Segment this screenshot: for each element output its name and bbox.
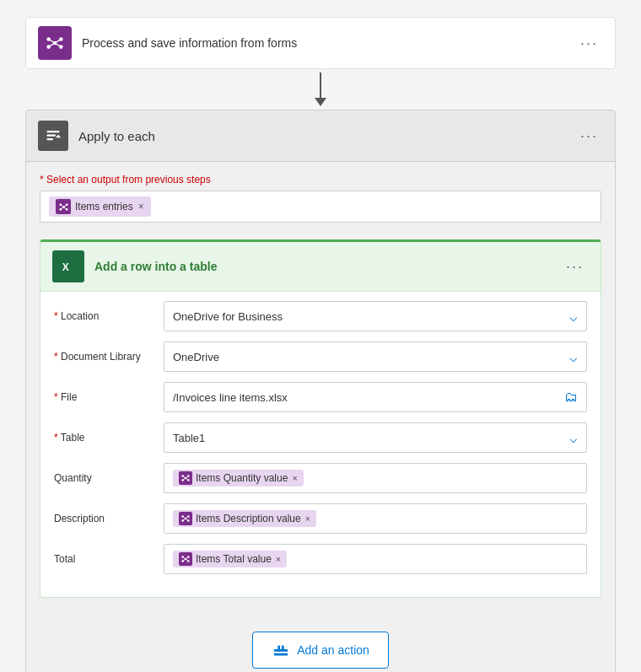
apply-each-header: Apply to each ··· [26,110,615,162]
svg-line-8 [55,43,61,47]
arrow-head-1 [315,98,326,106]
apply-each-icon-box [38,121,68,151]
input-total[interactable]: Items Total value × [164,544,587,574]
trigger-card: Process and save information from forms … [25,17,616,69]
items-tag-box[interactable]: Items entries × [40,191,601,223]
svg-marker-12 [56,135,61,138]
svg-line-5 [49,39,55,43]
total-tag-close[interactable]: × [276,554,281,564]
items-entries-icon [56,199,71,214]
hub-icon-small [59,202,68,212]
excel-action-more-button[interactable]: ··· [561,256,589,277]
svg-rect-53 [278,646,281,652]
svg-line-20 [60,207,63,209]
svg-line-21 [63,207,67,209]
location-value: OneDrive for Business [173,310,283,323]
svg-line-49 [183,559,186,562]
input-table[interactable]: Table1 ⌵ [164,422,587,453]
add-action-icon [272,641,290,659]
svg-line-18 [60,204,63,207]
add-action-svg-icon [272,641,290,659]
loop-icon [46,128,61,143]
input-quantity[interactable]: Items Quantity value × [164,463,587,493]
excel-card: X Add a row into a table ··· Location On… [40,239,601,598]
field-row-description: Description [54,503,587,535]
field-row-table: Table Table1 ⌵ [54,422,587,454]
arrow-connector-1 [315,73,326,106]
total-tag-label: Items Total value [196,553,272,565]
field-row-location: Location OneDrive for Business ⌵ [54,300,587,332]
apply-each-container: Apply to each ··· * Select an output fro… [25,110,616,672]
description-tag-icon [179,512,192,525]
quantity-tag-label: Items Quantity value [196,472,288,484]
trigger-title: Process and save information from forms [82,36,575,50]
items-entries-close[interactable]: × [138,201,144,212]
quantity-tag-close[interactable]: × [292,473,297,483]
document-library-dropdown-arrow: ⌵ [569,349,578,365]
hub-icon-qty [181,474,190,482]
label-location: Location [54,310,164,322]
label-file: File [54,391,164,403]
excel-icon: X [59,257,78,276]
description-tag: Items Description value × [173,510,316,527]
hub-icon-total [181,555,190,563]
excel-card-header: X Add a row into a table ··· [40,242,601,292]
svg-line-48 [186,557,188,560]
file-picker-icon[interactable]: 🗂 [564,390,578,405]
page-container: Process and save information from forms … [0,0,641,672]
svg-line-40 [183,519,186,521]
hub-icon-desc [181,514,190,523]
input-document-library[interactable]: OneDrive ⌵ [164,341,587,372]
arrow-line-1 [320,73,321,98]
label-quantity: Quantity [54,472,164,484]
table-value: Table1 [173,432,205,444]
svg-line-6 [55,39,61,43]
description-tag-close[interactable]: × [305,513,310,524]
file-value: /Invoices line items.xlsx [173,391,288,404]
input-file[interactable]: /Invoices line items.xlsx 🗂 [164,382,587,412]
select-output-section: * Select an output from previous steps [26,162,615,231]
field-row-total: Total [54,543,587,575]
svg-line-47 [183,557,186,560]
svg-line-19 [63,204,67,207]
svg-line-41 [186,519,188,521]
svg-rect-11 [47,138,54,140]
trigger-more-button[interactable]: ··· [575,33,603,54]
add-action-section: Add an action [26,632,615,669]
quantity-tag-icon [179,471,192,485]
svg-text:X: X [62,261,69,273]
excel-action-title: Add a row into a table [94,260,561,273]
inner-content: X Add a row into a table ··· Location On… [26,231,615,606]
svg-rect-54 [282,646,284,652]
apply-each-title: Apply to each [78,129,575,143]
items-entries-label: Items entries [75,201,133,212]
svg-line-32 [186,478,188,481]
excel-icon-box: X [52,250,84,282]
select-output-label: * Select an output from previous steps [40,174,601,185]
field-row-document-library: Document Library OneDrive ⌵ [54,341,587,373]
svg-line-31 [183,478,186,481]
input-location[interactable]: OneDrive for Business ⌵ [164,301,587,331]
svg-rect-51 [274,649,288,652]
svg-line-38 [183,517,186,519]
svg-rect-52 [274,653,288,656]
form-fields: Location OneDrive for Business ⌵ Documen… [40,292,601,597]
label-total: Total [54,553,164,565]
svg-line-50 [186,559,188,562]
label-table: Table [54,432,164,444]
quantity-tag: Items Quantity value × [173,470,304,487]
total-tag-icon [179,552,192,566]
trigger-icon [46,34,64,52]
document-library-value: OneDrive [173,351,219,363]
input-description[interactable]: Items Description value × [164,503,587,534]
location-dropdown-arrow: ⌵ [569,309,578,325]
svg-line-30 [186,476,188,479]
add-action-button[interactable]: Add an action [252,632,389,669]
description-tag-label: Items Description value [196,513,301,524]
field-row-quantity: Quantity [54,462,587,494]
label-document-library: Document Library [54,351,164,363]
apply-each-more-button[interactable]: ··· [575,126,603,147]
trigger-icon-box [38,26,72,60]
svg-line-39 [186,517,188,519]
svg-rect-9 [47,131,60,132]
